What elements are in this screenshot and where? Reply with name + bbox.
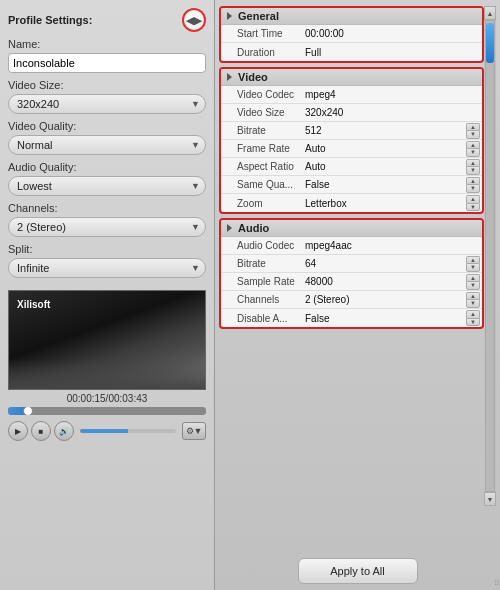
table-row: Bitrate 64 ▲ ▼ — [221, 255, 482, 273]
audio-triangle-icon — [227, 224, 232, 232]
resize-grip-icon: ⠿ — [488, 578, 500, 590]
channels-label: Channels: — [8, 202, 206, 214]
stepper-up-icon[interactable]: ▲ — [466, 159, 480, 167]
timeline-bar[interactable] — [8, 407, 206, 415]
channels-key: Channels — [221, 292, 301, 307]
video-bitrate-key: Bitrate — [221, 123, 301, 138]
table-row: Start Time 00:00:00 — [221, 25, 482, 43]
scrollbar-arrow-down[interactable]: ▼ — [484, 492, 496, 506]
stepper-up-icon[interactable]: ▲ — [466, 274, 480, 282]
video-quality-label: Video Quality: — [8, 120, 206, 132]
stepper-down-icon[interactable]: ▼ — [466, 203, 480, 212]
frame-rate-key: Frame Rate — [221, 141, 301, 156]
channels-value: 2 (Stereo) — [301, 292, 466, 307]
zoom-stepper[interactable]: ▲ ▼ — [466, 195, 480, 211]
video-section-header: Video — [221, 69, 482, 86]
video-size-key: Video Size — [221, 105, 301, 120]
duration-key: Duration — [221, 45, 301, 60]
video-quality-wrapper: Normal ▼ — [8, 135, 206, 155]
right-panel: General Start Time 00:00:00 Duration Ful… — [215, 0, 500, 590]
stepper-down-icon[interactable]: ▼ — [466, 263, 480, 272]
video-triangle-icon — [227, 73, 232, 81]
stepper-up-icon[interactable]: ▲ — [466, 123, 480, 131]
profile-settings-button[interactable]: ◀▶ — [182, 8, 206, 32]
timecode: 00:00:15/00:03:43 — [8, 393, 206, 404]
same-quality-value: False — [301, 177, 466, 192]
preview-box: Xilisoft — [8, 290, 206, 390]
video-size-label: Video Size: — [8, 79, 206, 91]
sample-rate-key: Sample Rate — [221, 274, 301, 289]
profile-settings-label: Profile Settings: — [8, 14, 92, 26]
split-select[interactable]: Infinite — [8, 258, 206, 278]
table-row: Same Qua... False ▲ ▼ — [221, 176, 482, 194]
table-row: Sample Rate 48000 ▲ ▼ — [221, 273, 482, 291]
video-bitrate-stepper[interactable]: ▲ ▼ — [466, 123, 480, 139]
audio-section-header: Audio — [221, 220, 482, 237]
video-codec-key: Video Codec — [221, 87, 301, 102]
audio-codec-key: Audio Codec — [221, 238, 301, 253]
scrollbar-arrow-up[interactable]: ▲ — [484, 6, 496, 20]
general-section-title: General — [238, 10, 279, 22]
stepper-down-icon[interactable]: ▼ — [466, 166, 480, 175]
stepper-up-icon[interactable]: ▲ — [466, 177, 480, 185]
audio-section-title: Audio — [238, 222, 269, 234]
audio-quality-wrapper: Lowest ▼ — [8, 176, 206, 196]
frame-rate-stepper[interactable]: ▲ ▼ — [466, 141, 480, 157]
audio-quality-label: Audio Quality: — [8, 161, 206, 173]
stepper-down-icon[interactable]: ▼ — [466, 184, 480, 193]
video-quality-select[interactable]: Normal — [8, 135, 206, 155]
same-quality-stepper[interactable]: ▲ ▼ — [466, 177, 480, 193]
play-button[interactable]: ▶ — [8, 421, 28, 441]
stepper-down-icon[interactable]: ▼ — [466, 318, 480, 327]
duration-value: Full — [301, 45, 482, 60]
table-row: Channels 2 (Stereo) ▲ ▼ — [221, 291, 482, 309]
settings-icon-button[interactable]: ⚙▼ — [182, 422, 206, 440]
sample-rate-stepper[interactable]: ▲ ▼ — [466, 274, 480, 290]
stepper-down-icon[interactable]: ▼ — [466, 148, 480, 157]
split-label: Split: — [8, 243, 206, 255]
disable-audio-key: Disable A... — [221, 311, 301, 326]
stepper-down-icon[interactable]: ▼ — [466, 299, 480, 308]
video-section-title: Video — [238, 71, 268, 83]
audio-section: Audio Audio Codec mpeg4aac Bitrate 64 ▲ … — [219, 218, 484, 329]
controls-row: ▶ ■ 🔊 ⚙▼ — [8, 421, 206, 445]
stepper-up-icon[interactable]: ▲ — [466, 195, 480, 203]
table-row: Video Size 320x240 — [221, 104, 482, 122]
channels-wrapper: 2 (Stereo) ▼ — [8, 217, 206, 237]
stepper-up-icon[interactable]: ▲ — [466, 310, 480, 318]
stepper-up-icon[interactable]: ▲ — [466, 292, 480, 300]
start-time-value: 00:00:00 — [301, 26, 482, 41]
stepper-down-icon[interactable]: ▼ — [466, 130, 480, 139]
audio-bitrate-stepper[interactable]: ▲ ▼ — [466, 256, 480, 272]
table-row: Audio Codec mpeg4aac — [221, 237, 482, 255]
timeline-thumb[interactable] — [23, 407, 33, 415]
split-wrapper: Infinite ▼ — [8, 258, 206, 278]
left-panel: Profile Settings: ◀▶ Name: Video Size: 3… — [0, 0, 215, 590]
name-input[interactable] — [8, 53, 206, 73]
stepper-up-icon[interactable]: ▲ — [466, 141, 480, 149]
stop-button[interactable]: ■ — [31, 421, 51, 441]
video-size-select[interactable]: 320x240 — [8, 94, 206, 114]
table-row: Duration Full — [221, 43, 482, 61]
aspect-ratio-stepper[interactable]: ▲ ▼ — [466, 159, 480, 175]
table-row: Frame Rate Auto ▲ ▼ — [221, 140, 482, 158]
scrollbar-thumb[interactable] — [486, 23, 494, 63]
stepper-up-icon[interactable]: ▲ — [466, 256, 480, 264]
stepper-down-icon[interactable]: ▼ — [466, 281, 480, 290]
apply-to-all-button[interactable]: Apply to All — [298, 558, 418, 584]
sample-rate-value: 48000 — [301, 274, 466, 289]
frame-rate-value: Auto — [301, 141, 466, 156]
video-bitrate-value: 512 — [301, 123, 466, 138]
audio-quality-select[interactable]: Lowest — [8, 176, 206, 196]
channels-select[interactable]: 2 (Stereo) — [8, 217, 206, 237]
channels-stepper[interactable]: ▲ ▼ — [466, 292, 480, 308]
profile-settings-row: Profile Settings: ◀▶ — [8, 8, 206, 32]
table-row: Bitrate 512 ▲ ▼ — [221, 122, 482, 140]
scrollbar-track[interactable] — [485, 20, 495, 492]
table-row: Disable A... False ▲ ▼ — [221, 309, 482, 327]
apply-button-row: Apply to All — [219, 546, 496, 584]
preview-container: Xilisoft 00:00:15/00:03:43 ▶ ■ 🔊 ⚙▼ — [8, 290, 206, 590]
volume-slider[interactable] — [80, 429, 176, 433]
same-quality-key: Same Qua... — [221, 177, 301, 192]
disable-audio-stepper[interactable]: ▲ ▼ — [466, 310, 480, 326]
